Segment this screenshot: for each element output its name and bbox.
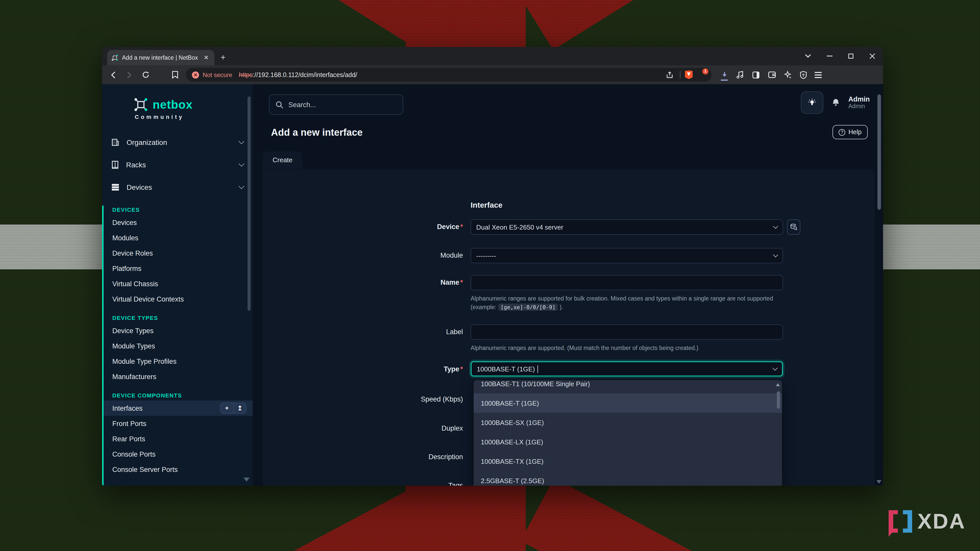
help-button[interactable]: ? Help (833, 125, 868, 139)
dropdown-option[interactable]: 100BASE-T1 (10/100ME Single Pair) (474, 380, 782, 393)
theme-toggle-button[interactable] (801, 91, 823, 114)
sidebar-section-title: DEVICE TYPES (112, 315, 253, 321)
sidebar-scrollbar[interactable] (248, 97, 251, 311)
name-help-code: [ge,xe]-0/0/[0-9] (498, 303, 558, 311)
downloads-icon[interactable] (720, 69, 729, 80)
new-tab-button[interactable]: + (221, 52, 226, 63)
label-label: Label (310, 328, 463, 336)
sidebar-group-organization[interactable]: Organization (102, 131, 253, 154)
device-select[interactable]: Dual Xeon E5-2650 v4 server (471, 219, 783, 235)
import-interfaces-button[interactable]: ↥ (233, 403, 246, 413)
close-window-button[interactable] (862, 47, 883, 65)
dropdown-scroll-up-icon[interactable] (776, 383, 780, 386)
name-label: Name (310, 279, 463, 286)
xda-watermark: XDA (889, 510, 966, 533)
minimize-button[interactable] (819, 47, 840, 65)
active-menu-accent (102, 206, 103, 486)
help-icon: ? (839, 129, 845, 135)
browser-tab[interactable]: Add a new interface | NetBox ✕ (107, 50, 215, 65)
netbox-logo-subtitle: Community (135, 114, 253, 120)
server-stack-icon (111, 183, 119, 191)
sidebar-item-module-types[interactable]: Module Types (102, 338, 253, 354)
url-text[interactable]: https://192.168.0.112/dcim/interfaces/ad… (239, 71, 357, 78)
sidebar-item-module-type-profiles[interactable]: Module Type Profiles (102, 354, 253, 369)
sidebar-item-virtual-chassis[interactable]: Virtual Chassis (102, 276, 253, 291)
url-scheme: https (239, 71, 253, 78)
sidebar-group-racks[interactable]: Racks (102, 154, 253, 176)
label-help-text: Alphanumeric ranges are supported. (Must… (471, 344, 787, 353)
sidebar-item-device-types[interactable]: Device Types (102, 323, 253, 338)
wallet-icon[interactable] (767, 69, 776, 80)
forward-icon[interactable] (124, 69, 135, 80)
sidebar-group-label: Devices (127, 183, 232, 191)
page-scrollbar[interactable] (877, 94, 881, 210)
chevron-down-icon (239, 183, 245, 189)
sidebar-item-front-ports[interactable]: Front Ports (102, 416, 253, 431)
reload-icon[interactable] (140, 69, 151, 80)
netbox-logo[interactable]: netbox Community (102, 84, 253, 120)
dropdown-option-selected[interactable]: 1000BASE-T (1GE) (474, 393, 782, 413)
flag-stripe-diagonal (518, 0, 778, 50)
form-section-heading: Interface (471, 200, 503, 209)
lightbulb-icon (808, 98, 817, 107)
add-interface-button[interactable]: + (221, 403, 233, 413)
bookmark-icon[interactable] (169, 69, 181, 80)
dropdown-option[interactable]: 1000BASE-TX (1GE) (474, 451, 782, 471)
module-select[interactable]: --------- (471, 248, 783, 263)
url-rest: ://192.168.0.112/dcim/interfaces/add/ (253, 71, 357, 78)
sidebar-item-virtual-device-contexts[interactable]: Virtual Device Contexts (102, 291, 253, 306)
sidebar-group-devices[interactable]: Devices (102, 176, 253, 198)
sidebar-item-devices[interactable]: Devices (102, 215, 253, 230)
share-icon[interactable] (664, 69, 675, 80)
page-scroll-down-icon[interactable] (877, 480, 881, 484)
notifications-bell-icon[interactable] (832, 98, 840, 107)
sidebar-item-device-roles[interactable]: Device Roles (102, 245, 253, 261)
chevron-down-icon (239, 161, 245, 167)
sidebar-item-console-server-ports[interactable]: Console Server Ports (102, 462, 253, 477)
dropdown-option[interactable]: 2.5GBASE-T (2.5GE) (474, 471, 782, 486)
speed-label: Speed (Kbps) (310, 395, 463, 403)
duplex-label: Duplex (310, 424, 463, 432)
netbox-logo-icon (134, 97, 148, 112)
music-icon[interactable] (735, 69, 745, 80)
brave-shield-icon[interactable] (685, 70, 693, 79)
leo-sparkles-icon[interactable] (783, 69, 792, 80)
sidebar-item-modules[interactable]: Modules (102, 230, 253, 245)
device-quick-search-button[interactable] (787, 219, 800, 235)
search-placeholder: Search... (288, 101, 316, 108)
sidebar-item-console-ports[interactable]: Console Ports (102, 446, 253, 462)
menu-icon[interactable] (815, 72, 822, 78)
user-menu[interactable]: Admin Admin (848, 95, 870, 110)
page-title: Add a new interface (271, 127, 363, 138)
xda-bracket-right-icon (903, 510, 912, 533)
address-bar[interactable]: ✕ Not secure https://192.168.0.112/dcim/… (186, 68, 711, 82)
sidebar-item-platforms[interactable]: Platforms (102, 261, 253, 276)
sidebar-group-label: Racks (126, 161, 232, 169)
tab-close-icon[interactable]: ✕ (202, 54, 210, 62)
sidebar-group-label: Organization (127, 138, 232, 146)
vpn-shield-icon[interactable] (799, 69, 808, 80)
not-secure-label: Not secure (203, 71, 232, 78)
name-input[interactable] (471, 275, 783, 290)
sidebar-item-interfaces[interactable]: Interfaces + ↥ (102, 400, 253, 416)
not-secure-icon[interactable]: ✕ (192, 71, 199, 78)
dropdown-option[interactable]: 1000BASE-SX (1GE) (474, 413, 782, 432)
maximize-button[interactable] (840, 47, 862, 65)
global-search[interactable]: Search... (269, 94, 403, 115)
window-controls (797, 47, 883, 65)
tab-create[interactable]: Create (263, 151, 302, 169)
sidebar-scroll-down-icon[interactable] (243, 478, 250, 482)
back-icon[interactable] (107, 69, 118, 80)
search-icon (275, 101, 283, 108)
sidebar-item-manufacturers[interactable]: Manufacturers (102, 369, 253, 384)
sidebar-item-rear-ports[interactable]: Rear Ports (102, 431, 253, 446)
adguard-badge: 1 (702, 68, 708, 74)
type-combobox[interactable]: 1000BASE-T (1GE) (471, 361, 783, 376)
dropdown-scrollbar[interactable] (777, 391, 780, 409)
tab-search-chevron-icon[interactable] (797, 47, 819, 65)
sidebar-panel-icon[interactable] (751, 69, 760, 80)
xda-logo-text: XDA (918, 511, 966, 532)
adguard-icon[interactable]: 1 (697, 71, 705, 79)
dropdown-option[interactable]: 1000BASE-LX (1GE) (474, 432, 782, 451)
label-input[interactable] (471, 324, 783, 340)
